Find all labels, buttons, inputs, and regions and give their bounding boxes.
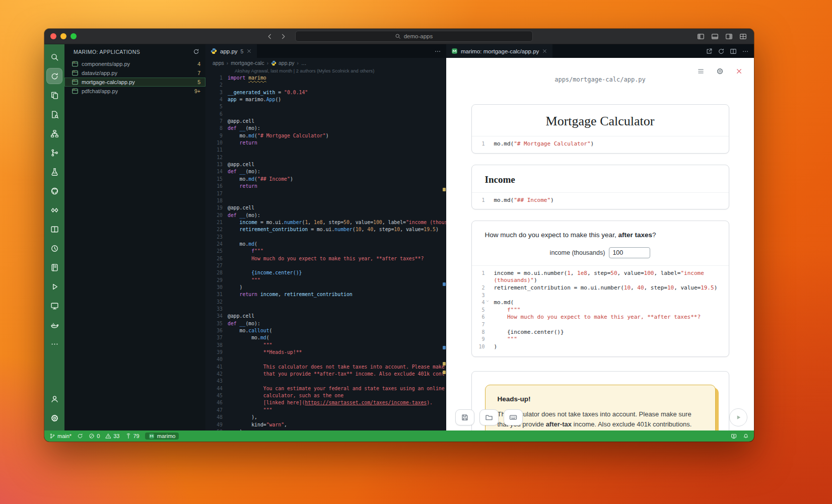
code-line-48[interactable]: 48 ), <box>205 414 446 421</box>
activity-split-columns[interactable] <box>47 222 62 237</box>
sidebar-file-dataviz-app-py[interactable]: dataviz/app.py 7 <box>64 68 205 78</box>
code-line-15[interactable]: 15 mo.md("## Income") <box>205 176 446 183</box>
app-shutdown-button[interactable] <box>733 65 745 77</box>
toggle-panel-button[interactable] <box>711 33 719 40</box>
split-editor-button[interactable] <box>730 48 737 55</box>
code-line-9[interactable]: 9 mo.md("# Mortgage Calculator") <box>205 132 446 139</box>
status-marimo[interactable]: marimo <box>145 433 179 440</box>
run-app-button[interactable] <box>729 408 747 426</box>
code-line-18[interactable]: 18 <box>205 197 446 204</box>
breadcrumb-item[interactable]: mortgage-calc <box>231 60 264 66</box>
code-line-6[interactable]: 6 <box>205 111 446 118</box>
app-settings-button[interactable] <box>714 65 726 77</box>
forward-button[interactable] <box>280 33 287 40</box>
cell-code-line[interactable]: 9 """ <box>475 336 724 343</box>
activity-org-chart[interactable] <box>47 126 62 141</box>
activity-sync[interactable] <box>47 68 62 84</box>
customize-layout-button[interactable] <box>739 33 747 40</box>
activity-gems[interactable] <box>47 202 62 218</box>
code-line-3[interactable]: 3 __generated_with = "0.0.14" <box>205 89 446 96</box>
code-line-20[interactable]: 20 def __(mo): <box>205 212 446 219</box>
refresh-button[interactable] <box>193 48 199 56</box>
toggle-secondary-sidebar-button[interactable] <box>725 33 733 40</box>
code-line-31[interactable]: 31 return income, retirement_contributio… <box>205 291 446 298</box>
code-line-36[interactable]: 36 mo.callout( <box>205 327 446 334</box>
code-line-16[interactable]: 16 return <box>205 183 446 190</box>
cell-code-editor[interactable]: 1 income = mo.ui.number(1, 1e8, step=50,… <box>472 265 729 357</box>
code-line-30[interactable]: 30 ) <box>205 284 446 291</box>
activity-search[interactable] <box>47 49 62 64</box>
cell-code-line[interactable]: 7 <box>475 321 724 329</box>
code-line-25[interactable]: 25 f""" <box>205 248 446 255</box>
code-line-2[interactable]: 2 <box>205 82 446 89</box>
cell-code-line[interactable]: 1 income = mo.ui.number(1, 1e8, step=50,… <box>475 270 724 284</box>
app-menu-button[interactable] <box>695 65 707 77</box>
code-editor[interactable]: Akshay Agrawal, last month | 2 authors (… <box>205 68 446 430</box>
activity-github[interactable] <box>47 183 62 198</box>
activity-play-outline[interactable] <box>47 279 62 294</box>
activity-monitor[interactable] <box>47 298 62 313</box>
cell-code-line[interactable]: 10 ) <box>475 343 724 351</box>
code-line-26[interactable]: 26 How much do you expect to make this y… <box>205 255 446 262</box>
command-center-search[interactable]: demo-apps <box>295 31 533 42</box>
cell-code-line[interactable]: 2 retirement_contribution = mo.ui.number… <box>475 284 724 292</box>
code-line-11[interactable]: 11 <box>205 147 446 154</box>
tab-marimo-preview[interactable]: marimo: mortgage-calc/app.py <box>446 44 552 58</box>
close-tab-button[interactable] <box>246 48 252 54</box>
code-line-29[interactable]: 29 """ <box>205 277 446 284</box>
more-button[interactable] <box>742 48 749 55</box>
editor-more-actions-button[interactable] <box>434 48 441 55</box>
breadcrumb-item[interactable]: apps <box>213 60 224 66</box>
code-line-34[interactable]: 34 @app.cell <box>205 313 446 320</box>
code-line-46[interactable]: 46 [linked here](https://smartasset.com/… <box>205 399 446 406</box>
status-sync[interactable] <box>77 433 83 439</box>
breadcrumb-item[interactable]: … <box>301 60 307 66</box>
cell-code-line[interactable]: 5 f""" <box>475 307 724 314</box>
activity-copy-files[interactable] <box>47 88 62 103</box>
code-line-24[interactable]: 24 mo.md( <box>205 241 446 248</box>
tab-app-py[interactable]: app.py 5 <box>205 44 257 58</box>
code-line-38[interactable]: 38 """ <box>205 342 446 349</box>
sidebar-file-pdfchat-app-py[interactable]: pdfchat/app.py 9+ <box>64 87 205 96</box>
code-line-44[interactable]: 44 You can estimate your federal and sta… <box>205 385 446 392</box>
code-line-47[interactable]: 47 """ <box>205 407 446 414</box>
code-line-49[interactable]: 49 kind="warn", <box>205 421 446 428</box>
keyboard-shortcuts-button[interactable] <box>504 409 523 425</box>
code-line-37[interactable]: 37 mo.md( <box>205 334 446 341</box>
code-line-17[interactable]: 17 <box>205 190 446 197</box>
status-git-branch[interactable]: main* <box>49 433 72 439</box>
code-line-40[interactable]: 40 <box>205 356 446 363</box>
activity-beaker[interactable] <box>47 164 62 179</box>
cell-code-line[interactable]: 3 <box>475 292 724 300</box>
close-preview-tab-button[interactable] <box>542 48 547 54</box>
activity-settings-gear[interactable] <box>47 410 62 425</box>
activity-file-search[interactable] <box>47 107 62 122</box>
code-line-39[interactable]: 39 **Heads-up!** <box>205 349 446 356</box>
code-line-22[interactable]: 22 retirement_contribution = mo.ui.numbe… <box>205 226 446 233</box>
code-line-23[interactable]: 23 <box>205 234 446 241</box>
code-line-27[interactable]: 27 <box>205 262 446 269</box>
code-line-10[interactable]: 10 return <box>205 139 446 147</box>
back-button[interactable] <box>266 33 273 40</box>
code-line-33[interactable]: 33 <box>205 306 446 313</box>
breadcrumb-item[interactable]: app.py <box>271 60 295 66</box>
cell-code-line[interactable]: 6 How much do you expect to make this ye… <box>475 314 724 321</box>
status-warnings[interactable]: 33 <box>105 433 119 439</box>
activity-more[interactable] <box>47 336 62 351</box>
status-errors[interactable]: 0 <box>89 433 100 439</box>
activity-docker[interactable] <box>47 317 62 332</box>
sidebar-file-components-app-py[interactable]: components/app.py 4 <box>64 59 205 68</box>
code-line-12[interactable]: 12 <box>205 154 446 161</box>
activity-history[interactable] <box>47 241 62 256</box>
cell-code-editor[interactable]: 1 mo.md("## Income") <box>472 192 729 209</box>
reload-button[interactable] <box>718 48 725 55</box>
toggle-primary-sidebar-button[interactable] <box>697 33 705 40</box>
sidebar-file-mortgage-calc-app-py[interactable]: mortgage-calc/app.py 5 <box>64 78 205 87</box>
cell-code-line[interactable]: 1 mo.md("# Mortgage Calculator") <box>475 140 724 148</box>
code-line-14[interactable]: 14 def __(mo): <box>205 168 446 175</box>
code-line-35[interactable]: 35 def __(mo): <box>205 320 446 327</box>
cell-code-line[interactable]: 1 mo.md("## Income") <box>475 197 724 204</box>
code-line-21[interactable]: 21 income = mo.ui.number(1, 1e8, step=50… <box>205 219 446 226</box>
code-line-1[interactable]: 1 import marimo <box>205 75 446 82</box>
code-line-42[interactable]: 42 that you provide **after-tax** income… <box>205 371 446 378</box>
